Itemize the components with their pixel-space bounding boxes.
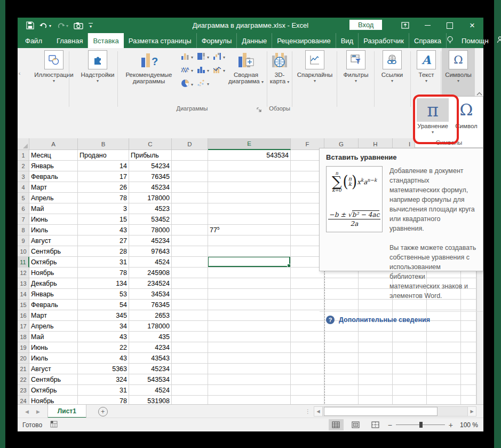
cell[interactable] bbox=[172, 182, 208, 193]
cell[interactable] bbox=[208, 321, 291, 332]
row-header-cell[interactable]: 17 bbox=[18, 321, 29, 332]
sheet-nav-left-icon[interactable]: ◀ bbox=[25, 409, 29, 414]
row-header-cell[interactable]: 11 bbox=[18, 257, 29, 268]
cell[interactable] bbox=[172, 214, 208, 225]
cell[interactable] bbox=[172, 321, 208, 332]
cell[interactable] bbox=[172, 289, 208, 300]
cell[interactable] bbox=[208, 342, 291, 353]
cell[interactable]: 14 bbox=[78, 161, 129, 171]
row-header-cell[interactable]: 22 bbox=[18, 374, 29, 385]
cell[interactable]: 54 bbox=[78, 300, 129, 310]
cell[interactable] bbox=[172, 332, 208, 342]
cell[interactable]: 15 bbox=[78, 214, 129, 225]
cell[interactable] bbox=[359, 332, 393, 342]
cell[interactable]: 435 bbox=[129, 332, 172, 342]
cell[interactable]: 26 bbox=[78, 182, 129, 193]
cell[interactable] bbox=[461, 374, 476, 385]
save-icon[interactable] bbox=[26, 21, 34, 29]
cell[interactable] bbox=[172, 310, 208, 321]
cell[interactable] bbox=[172, 225, 208, 235]
ribbon-tab[interactable]: Разметка страницы bbox=[124, 33, 197, 48]
ribbon-tab[interactable]: Справка bbox=[409, 33, 447, 48]
cell[interactable] bbox=[324, 353, 359, 364]
cell[interactable]: Октябрь bbox=[29, 257, 78, 268]
cell[interactable]: 178000 bbox=[129, 193, 172, 203]
cell[interactable] bbox=[393, 332, 427, 342]
equation-button[interactable]: π Уравнение ▾ bbox=[416, 98, 449, 135]
cell[interactable]: 78 bbox=[78, 268, 129, 278]
page-break-view-icon[interactable] bbox=[368, 419, 383, 430]
cell[interactable] bbox=[208, 235, 291, 246]
combo-chart-button[interactable]: ▾ bbox=[213, 66, 225, 76]
cell[interactable]: 43 bbox=[78, 353, 129, 364]
pie-chart-button[interactable]: ▾ bbox=[181, 79, 193, 90]
cell[interactable]: 45234 bbox=[129, 235, 172, 246]
row-header-cell[interactable]: 1 bbox=[18, 150, 29, 161]
cell[interactable] bbox=[291, 364, 324, 374]
ribbon-tab[interactable]: Файл bbox=[18, 33, 50, 48]
normal-view-icon[interactable] bbox=[329, 419, 344, 430]
cell[interactable] bbox=[427, 332, 461, 342]
cell[interactable]: 234524 bbox=[129, 278, 172, 289]
filters-group-button[interactable]: Фильтры ▾ bbox=[339, 50, 373, 83]
ribbon-tab[interactable]: Вставка bbox=[88, 33, 123, 48]
cell[interactable] bbox=[172, 353, 208, 364]
cell[interactable] bbox=[359, 364, 393, 374]
cell[interactable] bbox=[172, 161, 208, 171]
scroll-left-icon[interactable]: ◀ bbox=[314, 406, 323, 416]
row-header-cell[interactable]: 5 bbox=[18, 193, 29, 203]
cell[interactable]: 4234 bbox=[129, 342, 172, 353]
cell[interactable]: 34534 bbox=[129, 289, 172, 300]
row-header-cell[interactable]: 4 bbox=[18, 182, 29, 193]
cell[interactable]: Апрель bbox=[29, 193, 78, 203]
pivot-chart-button[interactable]: Сводная диаграмма ▾ bbox=[227, 50, 265, 84]
cell[interactable]: Июнь bbox=[29, 214, 78, 225]
cell[interactable]: 5363 bbox=[78, 364, 129, 374]
cell[interactable]: 345 bbox=[78, 310, 129, 321]
cell[interactable] bbox=[461, 332, 476, 342]
cell[interactable] bbox=[208, 161, 291, 171]
cell[interactable] bbox=[208, 364, 291, 374]
cell[interactable]: 543534 bbox=[208, 150, 291, 161]
cell[interactable]: 3 bbox=[78, 203, 129, 214]
cell[interactable] bbox=[208, 182, 291, 193]
column-header-cell[interactable]: A bbox=[29, 138, 78, 150]
sheet-tab[interactable]: Лист1 bbox=[47, 405, 86, 418]
cell[interactable] bbox=[461, 385, 476, 396]
cell[interactable] bbox=[393, 364, 427, 374]
histogram-chart-button[interactable]: ▾ bbox=[197, 66, 209, 76]
cell[interactable]: 97643 bbox=[129, 246, 172, 257]
cell[interactable]: Июль bbox=[29, 353, 78, 364]
cell[interactable]: 43543 bbox=[129, 353, 172, 364]
cell[interactable]: Март bbox=[29, 182, 78, 193]
cell[interactable]: 22 bbox=[78, 342, 129, 353]
addins-group-button[interactable]: Надстройки ▾ bbox=[71, 50, 124, 83]
zoom-in-icon[interactable]: + bbox=[449, 421, 453, 429]
cell[interactable]: Сентябрь bbox=[29, 374, 78, 385]
row-header-cell[interactable]: 8 bbox=[18, 225, 29, 235]
cell[interactable]: Сентябрь bbox=[29, 246, 78, 257]
cell[interactable] bbox=[291, 289, 324, 300]
cell[interactable]: 2653 bbox=[129, 310, 172, 321]
column-header-cell[interactable]: B bbox=[78, 138, 129, 150]
cell[interactable]: 134 bbox=[78, 278, 129, 289]
cell[interactable] bbox=[208, 171, 291, 182]
tab-splitter-dots[interactable]: ⋮ bbox=[305, 408, 311, 414]
row-header-cell[interactable]: 6 bbox=[18, 203, 29, 214]
ribbon-tab[interactable]: Формулы bbox=[197, 33, 237, 48]
cell[interactable]: 543534 bbox=[129, 374, 172, 385]
cell[interactable] bbox=[393, 353, 427, 364]
row-header-cell[interactable]: 3 bbox=[18, 171, 29, 182]
column-header-cell[interactable]: E bbox=[208, 138, 291, 150]
cell[interactable] bbox=[172, 171, 208, 182]
cell[interactable]: 4524 bbox=[129, 385, 172, 396]
cell[interactable]: 17 bbox=[78, 171, 129, 182]
cell[interactable] bbox=[291, 385, 324, 396]
row-header-cell[interactable]: 15 bbox=[18, 300, 29, 310]
redo-button[interactable]: ▾ bbox=[57, 22, 68, 29]
zoom-slider-thumb[interactable] bbox=[419, 422, 423, 428]
cell[interactable] bbox=[208, 278, 291, 289]
add-sheet-button[interactable]: + bbox=[98, 407, 108, 416]
cell[interactable] bbox=[324, 332, 359, 342]
cell[interactable] bbox=[172, 300, 208, 310]
